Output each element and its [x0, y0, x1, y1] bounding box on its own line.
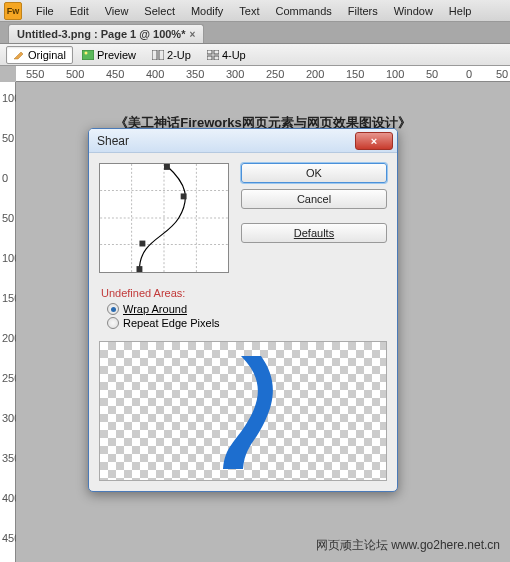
menu-text[interactable]: Text: [231, 3, 267, 19]
svg-rect-3: [159, 50, 164, 60]
defaults-button[interactable]: Defaults: [241, 223, 387, 243]
view-original-label: Original: [28, 49, 66, 61]
radio-icon: [107, 317, 119, 329]
svg-rect-2: [152, 50, 157, 60]
dialog-body: OK Cancel Defaults Undefined Areas: Wrap…: [89, 153, 397, 491]
view-2up[interactable]: 2-Up: [145, 46, 198, 64]
svg-rect-17: [137, 266, 143, 272]
svg-rect-0: [82, 50, 94, 60]
close-icon[interactable]: ×: [189, 29, 195, 40]
svg-rect-7: [214, 56, 219, 60]
menu-bar: Fw File Edit View Select Modify Text Com…: [0, 0, 510, 22]
radio-wrap-label: Wrap Around: [123, 303, 187, 315]
ruler-horizontal: 550 500 450 400 350 300 250 200 150 100 …: [16, 66, 510, 82]
preview-icon: [82, 50, 94, 60]
menu-help[interactable]: Help: [441, 3, 480, 19]
shear-curve-editor[interactable]: [99, 163, 229, 273]
document-tab-label: Untitled-3.png : Page 1 @ 100%*: [17, 28, 185, 40]
menu-select[interactable]: Select: [136, 3, 183, 19]
view-preview[interactable]: Preview: [75, 46, 143, 64]
view-mode-bar: Original Preview 2-Up 4-Up: [0, 44, 510, 66]
radio-repeat-label: Repeat Edge Pixels: [123, 317, 220, 329]
menu-filters[interactable]: Filters: [340, 3, 386, 19]
menu-window[interactable]: Window: [386, 3, 441, 19]
close-icon: ×: [371, 135, 377, 147]
footer-text: 网页顽主论坛 www.go2here.net.cn: [316, 537, 500, 554]
app-logo: Fw: [4, 2, 22, 20]
ok-button[interactable]: OK: [241, 163, 387, 183]
radio-wrap-around[interactable]: Wrap Around: [107, 303, 387, 315]
view-preview-label: Preview: [97, 49, 136, 61]
pencil-icon: [13, 50, 25, 60]
fourup-icon: [207, 50, 219, 60]
view-4up[interactable]: 4-Up: [200, 46, 253, 64]
radio-repeat-edge[interactable]: Repeat Edge Pixels: [107, 317, 387, 329]
menu-commands[interactable]: Commands: [268, 3, 340, 19]
radio-icon: [107, 303, 119, 315]
view-2up-label: 2-Up: [167, 49, 191, 61]
svg-rect-14: [164, 164, 170, 170]
svg-rect-5: [214, 50, 219, 54]
dialog-close-button[interactable]: ×: [355, 132, 393, 150]
menu-edit[interactable]: Edit: [62, 3, 97, 19]
menu-modify[interactable]: Modify: [183, 3, 231, 19]
view-4up-label: 4-Up: [222, 49, 246, 61]
dialog-titlebar[interactable]: Shear ×: [89, 129, 397, 153]
menu-view[interactable]: View: [97, 3, 137, 19]
undefined-areas-label: Undefined Areas:: [101, 287, 387, 299]
ruler-vertical: 100 50 0 50 100 150 200 250 300 350 400 …: [0, 82, 16, 562]
svg-rect-6: [207, 56, 212, 60]
document-tab[interactable]: Untitled-3.png : Page 1 @ 100%* ×: [8, 24, 204, 43]
document-tab-bar: Untitled-3.png : Page 1 @ 100%* ×: [0, 22, 510, 44]
shear-preview: [99, 341, 387, 481]
view-original[interactable]: Original: [6, 46, 73, 64]
twoup-icon: [152, 50, 164, 60]
svg-rect-4: [207, 50, 212, 54]
cancel-button[interactable]: Cancel: [241, 189, 387, 209]
dialog-title: Shear: [97, 134, 129, 148]
svg-point-1: [84, 51, 87, 54]
menu-file[interactable]: File: [28, 3, 62, 19]
svg-rect-15: [181, 193, 187, 199]
svg-rect-16: [139, 241, 145, 247]
shear-dialog: Shear × OK Canc: [88, 128, 398, 492]
